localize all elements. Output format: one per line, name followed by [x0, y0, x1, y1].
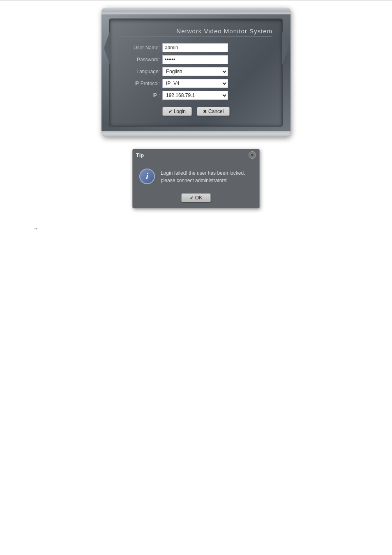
tip-section: Tip × i Login failed! the user has been … [0, 149, 392, 221]
monitor-outer: Network Video Monitor System User Name: … [101, 8, 291, 136]
button-row: ✔ Login ✖ Cancel [124, 107, 268, 116]
arrow-icon: → [33, 225, 39, 232]
cancel-label: Cancel [208, 109, 224, 114]
language-row: Language: English Chinese [124, 67, 268, 76]
close-icon: × [251, 153, 254, 157]
ip-label: IP : [124, 92, 160, 98]
ip-protocol-row: IP Protocol: IP_V4 IP_V6 [124, 79, 268, 88]
ip-select[interactable]: 192.168.79.1 [162, 91, 228, 100]
tip-footer: ✔ OK [133, 191, 259, 208]
monitor-bottom-bar [101, 131, 291, 136]
ip-protocol-select[interactable]: IP_V4 IP_V6 [162, 79, 228, 88]
ok-label: OK [195, 195, 202, 201]
login-form: User Name: Password: Language: English C… [120, 43, 272, 116]
ok-button[interactable]: ✔ OK [181, 193, 211, 202]
monitor-screen: Network Video Monitor System User Name: … [109, 18, 283, 127]
system-title: Network Video Monitor System [120, 28, 272, 37]
monitor-top-bar [101, 8, 291, 14]
ip-row: IP : 192.168.79.1 [124, 91, 268, 100]
tip-dialog: Tip × i Login failed! the user has been … [132, 149, 260, 208]
arrow-section: → [0, 221, 392, 240]
language-label: Language: [124, 69, 160, 74]
cancel-button[interactable]: ✖ Cancel [197, 107, 230, 116]
password-row: Password: [124, 55, 268, 64]
username-row: User Name: [124, 43, 268, 52]
login-icon: ✔ [168, 109, 172, 114]
password-input[interactable] [162, 55, 228, 64]
tip-message: Login failed! the user has been locked, … [161, 169, 253, 184]
tip-close-button[interactable]: × [249, 151, 256, 159]
cancel-icon: ✖ [203, 109, 207, 114]
username-input[interactable] [162, 43, 228, 52]
tip-header: Tip × [133, 149, 259, 161]
tip-body: i Login failed! the user has been locked… [133, 161, 259, 191]
ip-protocol-label: IP Protocol: [124, 81, 160, 86]
password-label: Password: [124, 57, 160, 62]
username-label: User Name: [124, 45, 160, 51]
language-select[interactable]: English Chinese [162, 67, 228, 76]
monitor-section: Network Video Monitor System User Name: … [0, 0, 392, 149]
ok-icon: ✔ [190, 195, 194, 201]
tip-title: Tip [136, 152, 144, 158]
login-label: Login [174, 109, 186, 114]
info-icon: i [139, 169, 155, 184]
login-button[interactable]: ✔ Login [162, 107, 192, 116]
